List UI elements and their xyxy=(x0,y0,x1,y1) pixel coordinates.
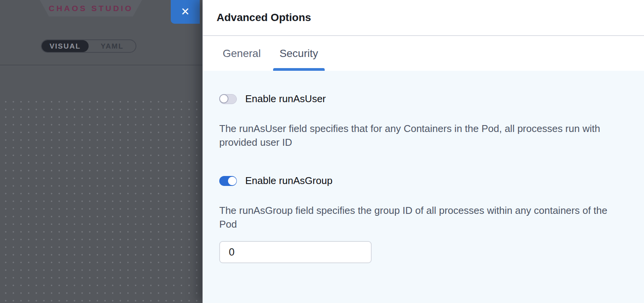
yaml-mode-button[interactable]: YAML xyxy=(89,40,136,52)
toggle-knob xyxy=(228,177,236,185)
panel-tabs: General Security xyxy=(203,36,644,71)
security-tab-content: Enable runAsUser The runAsUser field spe… xyxy=(203,71,644,303)
run-as-group-row: Enable runAsGroup xyxy=(219,175,629,187)
close-icon: ✕ xyxy=(181,5,189,18)
tab-security[interactable]: Security xyxy=(273,36,325,71)
visual-yaml-toggle[interactable]: VISUAL YAML xyxy=(41,39,136,53)
canvas-divider xyxy=(0,65,202,65)
visual-mode-label: VISUAL xyxy=(50,42,81,50)
panel-header: Advanced Options xyxy=(203,0,644,36)
run-as-user-description: The runAsUser field specifies that for a… xyxy=(219,122,620,149)
run-as-user-row: Enable runAsUser xyxy=(219,93,629,105)
chaos-studio-canvas: CHAOS STUDIO VISUAL YAML xyxy=(0,0,202,303)
yaml-mode-label: YAML xyxy=(100,42,123,50)
run-as-group-label: Enable runAsGroup xyxy=(245,175,332,187)
tab-general[interactable]: General xyxy=(216,36,267,71)
canvas-dot-grid xyxy=(0,96,202,303)
chaos-studio-banner: CHAOS STUDIO xyxy=(40,0,142,16)
run-as-group-description: The runAsGroup field specifies the group… xyxy=(219,204,620,231)
toggle-knob xyxy=(219,94,228,103)
chaos-studio-title: CHAOS STUDIO xyxy=(49,4,133,13)
run-as-user-label: Enable runAsUser xyxy=(245,93,326,105)
panel-title: Advanced Options xyxy=(217,11,311,24)
close-button[interactable]: ✕ xyxy=(171,0,200,24)
advanced-options-panel: Advanced Options General Security Enable… xyxy=(202,0,644,303)
run-as-user-toggle[interactable] xyxy=(219,94,237,104)
run-as-group-toggle[interactable] xyxy=(219,176,237,186)
visual-mode-button[interactable]: VISUAL xyxy=(42,40,89,52)
run-as-group-id-input[interactable] xyxy=(219,241,372,263)
